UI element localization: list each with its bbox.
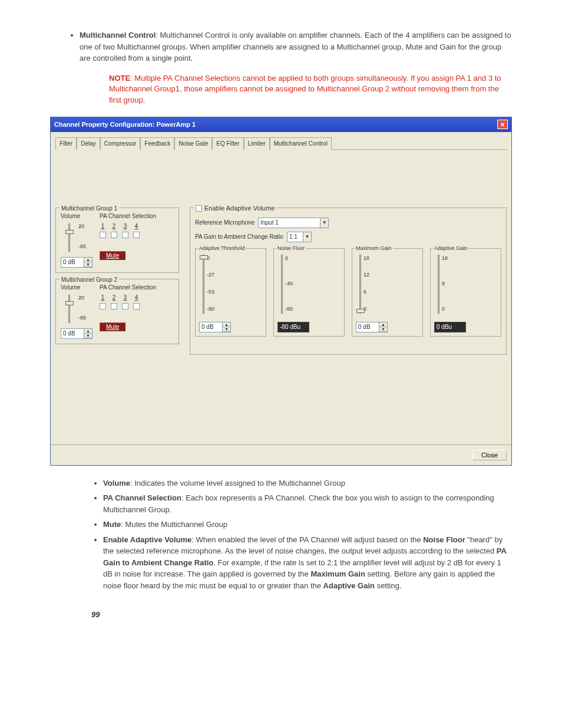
group1-mute-button[interactable]: Mute xyxy=(100,251,125,260)
g2-ch3-label: 3 xyxy=(122,293,128,302)
dialog-titlebar: Channel Property Configuration: PowerAmp… xyxy=(51,117,511,132)
note-text: : Multiple PA Channel Selections cannot … xyxy=(109,74,501,105)
tab-filter[interactable]: Filter xyxy=(55,137,77,150)
noise-floor-meter xyxy=(281,255,283,314)
group1-volume-value: 0 dB xyxy=(61,258,84,266)
g1-ch2-checkbox[interactable] xyxy=(111,232,117,238)
group1-tick-top: 20 xyxy=(78,223,86,231)
g2-ch1-checkbox[interactable] xyxy=(100,303,106,309)
ratio-label: PA Gain to Ambient Change Ratio xyxy=(195,232,283,241)
adaptive-threshold-group: Adaptive Threshold 0 -27 -53 -80 xyxy=(195,248,266,337)
noise-floor-readout: -80 dBu xyxy=(277,322,309,332)
g1-ch1-checkbox[interactable] xyxy=(100,232,106,238)
desc-mute: Mute: Mutes the Multichannel Group xyxy=(103,519,512,531)
g2-ch4-checkbox[interactable] xyxy=(133,303,140,309)
tab-eq-filter[interactable]: EQ Filter xyxy=(212,137,243,150)
adaptive-threshold-title: Adaptive Threshold xyxy=(198,245,246,253)
multichannel-group-2: Multichannel Group 2 Volume 20 -65 xyxy=(55,279,179,344)
dialog-body: Multichannel Group 1 Volume 20 -65 xyxy=(51,150,511,444)
page-number: 99 xyxy=(91,609,512,621)
tab-strip: Filter Delay Compressor Feedback Noise G… xyxy=(55,137,507,150)
group1-tick-bot: -65 xyxy=(78,243,86,251)
group1-volume-slider[interactable] xyxy=(61,222,77,255)
maximum-gain-title: Maximum Gain xyxy=(355,245,393,253)
ratio-dropdown[interactable]: 1:1 ▼ xyxy=(287,232,312,242)
desc-pa: PA Channel Selection: Each box represent… xyxy=(103,492,512,515)
spin-down-icon[interactable]: ▼ xyxy=(84,262,92,267)
tab-compressor[interactable]: Compressor xyxy=(100,137,140,150)
tab-delay[interactable]: Delay xyxy=(77,137,100,150)
tab-feedback[interactable]: Feedback xyxy=(140,137,174,150)
g2-ch2-label: 2 xyxy=(111,293,117,302)
ref-mic-value: Input 1 xyxy=(260,218,279,227)
adaptive-gain-meter xyxy=(438,255,439,314)
ratio-value: 1:1 xyxy=(289,232,297,241)
adaptive-threshold-slider[interactable] xyxy=(203,255,204,314)
group2-tick-top: 20 xyxy=(78,294,86,302)
group1-volume-input[interactable]: 0 dB ▲▼ xyxy=(61,257,92,268)
noise-floor-group: Noise Floor 0 -40 -80 -80 dBu xyxy=(273,248,345,337)
ref-mic-dropdown[interactable]: Input 1 ▼ xyxy=(258,218,329,228)
multichannel-group-1: Multichannel Group 1 Volume 20 -65 xyxy=(55,207,179,273)
g2-ch2-checkbox[interactable] xyxy=(111,303,117,309)
ref-mic-label: Reference Microphone xyxy=(195,218,254,227)
g1-ch3-checkbox[interactable] xyxy=(122,232,128,238)
tab-limiter[interactable]: Limiter xyxy=(244,137,270,150)
dialog-title-text: Channel Property Configuration: PowerAmp… xyxy=(54,120,196,130)
group2-title: Multichannel Group 2 xyxy=(59,275,119,284)
g2-ch4-label: 4 xyxy=(133,293,140,302)
note-label: NOTE xyxy=(109,74,130,83)
close-button[interactable]: Close xyxy=(472,450,507,460)
g2-ch3-checkbox[interactable] xyxy=(122,303,128,309)
intro-label: Multichannel Control xyxy=(80,31,156,39)
group1-title: Multichannel Group 1 xyxy=(59,204,119,213)
channel-property-dialog: Channel Property Configuration: PowerAmp… xyxy=(50,117,512,466)
noise-floor-title: Noise Floor xyxy=(276,245,306,253)
group2-volume-input[interactable]: 0 dB ▲▼ xyxy=(61,328,92,339)
eav-title: Enable Adaptive Volume xyxy=(204,203,275,213)
group1-volume-label: Volume xyxy=(61,212,92,220)
desc-eav: Enable Adaptive Volume: When enabled the… xyxy=(103,534,512,592)
g2-ch1-label: 1 xyxy=(100,293,106,302)
spin-up-icon[interactable]: ▲ xyxy=(84,329,92,334)
spin-down-icon[interactable]: ▼ xyxy=(84,334,92,338)
maximum-gain-group: Maximum Gain 18 12 6 0 xyxy=(352,248,423,337)
group1-pa-label: PA Channel Selection xyxy=(100,212,156,220)
g1-ch3-label: 3 xyxy=(122,222,128,230)
desc-volume: Volume: Indicates the volume level assig… xyxy=(103,477,512,489)
chevron-down-icon: ▼ xyxy=(303,232,311,242)
g1-ch4-label: 4 xyxy=(133,222,140,230)
group2-volume-label: Volume xyxy=(61,283,92,292)
spin-up-icon[interactable]: ▲ xyxy=(84,258,92,262)
note-paragraph: NOTE: Multiple PA Channel Selections can… xyxy=(109,73,512,107)
enable-adaptive-volume-group: Enable Adaptive Volume Reference Microph… xyxy=(190,207,507,355)
maximum-gain-input[interactable]: 0 dB ▲▼ xyxy=(356,322,388,332)
group2-volume-slider[interactable] xyxy=(61,293,77,326)
close-icon[interactable]: ✕ xyxy=(497,120,508,129)
maximum-gain-slider[interactable] xyxy=(359,255,361,314)
group2-tick-bot: -65 xyxy=(78,314,86,322)
g1-ch2-label: 2 xyxy=(111,222,117,230)
group2-pa-label: PA Channel Selection xyxy=(100,283,156,292)
adaptive-gain-title: Adaptive Gain xyxy=(433,245,469,253)
g1-ch1-label: 1 xyxy=(100,222,106,230)
dialog-footer: Close xyxy=(51,444,511,465)
adaptive-threshold-input[interactable]: 0 dB ▲▼ xyxy=(199,322,231,332)
tab-multichannel-control[interactable]: Multichannel Control xyxy=(270,137,332,150)
intro-bullet: Multichannel Control: Multichannel Contr… xyxy=(80,29,512,64)
g1-ch4-checkbox[interactable] xyxy=(133,232,140,238)
adaptive-gain-readout: 0 dBu xyxy=(434,322,466,332)
adaptive-gain-group: Adaptive Gain 18 9 0 0 dBu xyxy=(430,248,501,337)
group2-mute-button[interactable]: Mute xyxy=(100,322,125,331)
chevron-down-icon: ▼ xyxy=(320,218,328,228)
group2-volume-value: 0 dB xyxy=(61,329,84,338)
enable-adaptive-volume-checkbox[interactable] xyxy=(196,205,202,212)
tab-noise-gate[interactable]: Noise Gate xyxy=(174,137,212,150)
